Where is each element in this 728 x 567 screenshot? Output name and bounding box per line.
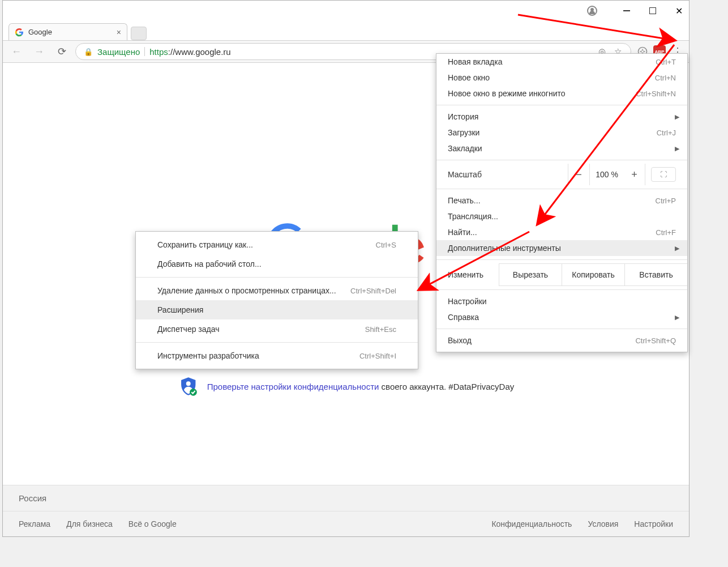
menu-separator xyxy=(436,189,687,189)
separator xyxy=(144,47,145,56)
submenu-separator xyxy=(136,342,418,343)
footer-left-links: Реклама Для бизнеса Всё о Google xyxy=(19,519,177,528)
window-minimize-button[interactable] xyxy=(619,3,635,19)
menu-downloads[interactable]: ЗагрузкиCtrl+J xyxy=(436,125,687,140)
reload-button[interactable]: ⟳ xyxy=(53,42,71,61)
menu-history[interactable]: История▶ xyxy=(436,109,687,125)
zoom-in-button[interactable]: + xyxy=(624,164,645,185)
footer-right-links: Конфиденциальность Условия Настройки xyxy=(491,519,673,528)
submenu-add-desktop[interactable]: Добавить на рабочий стол... xyxy=(136,254,418,274)
menu-separator xyxy=(436,259,687,260)
menu-incognito[interactable]: Новое окно в режиме инкогнитоCtrl+Shift+… xyxy=(436,86,687,101)
menu-separator xyxy=(436,289,687,290)
menu-settings[interactable]: Настройки xyxy=(436,293,687,309)
submenu-dev-tools[interactable]: Инструменты разработчикаCtrl+Shift+I xyxy=(136,346,418,365)
browser-window: Google × ← → ⟳ 🔒 Защищено https://www.go… xyxy=(2,0,690,537)
zoom-value: 100 % xyxy=(590,170,624,179)
privacy-banner: Проверьте настройки конфиденциальности с… xyxy=(178,376,515,397)
menu-bookmarks[interactable]: Закладки▶ xyxy=(436,140,687,156)
submenu-separator xyxy=(136,277,418,278)
menu-cast[interactable]: Трансляция... xyxy=(436,208,687,224)
chrome-main-menu: Новая вкладкаCtrl+T Новое окноCtrl+N Нов… xyxy=(436,53,688,352)
tab-close-button[interactable]: × xyxy=(117,28,121,37)
footer-link-ads[interactable]: Реклама xyxy=(19,519,50,528)
more-tools-submenu: Сохранить страницу как...Ctrl+S Добавить… xyxy=(135,231,418,369)
chevron-right-icon: ▶ xyxy=(675,314,679,321)
menu-print[interactable]: Печать...Ctrl+P xyxy=(436,193,687,208)
menu-edit-row: Изменить Вырезать Копировать Вставить xyxy=(436,263,687,286)
menu-separator xyxy=(436,105,687,105)
menu-more-tools[interactable]: Дополнительные инструменты▶ xyxy=(436,240,687,256)
privacy-link[interactable]: Проверьте настройки конфиденциальности xyxy=(207,382,379,391)
submenu-save-as[interactable]: Сохранить страницу как...Ctrl+S xyxy=(136,235,418,254)
menu-help[interactable]: Справка▶ xyxy=(436,309,687,325)
chevron-right-icon: ▶ xyxy=(675,145,679,152)
google-favicon xyxy=(15,28,24,37)
footer-country: Россия xyxy=(3,485,689,511)
menu-separator xyxy=(436,160,687,160)
fullscreen-button[interactable]: ⛶ xyxy=(651,167,676,182)
menu-separator xyxy=(436,329,687,329)
privacy-text: Проверьте настройки конфиденциальности с… xyxy=(207,382,515,391)
submenu-extensions[interactable]: Расширения xyxy=(136,300,418,319)
chevron-right-icon: ▶ xyxy=(675,245,679,252)
menu-new-window[interactable]: Новое окноCtrl+N xyxy=(436,70,687,86)
footer-link-settings[interactable]: Настройки xyxy=(634,519,673,528)
menu-paste[interactable]: Вставить xyxy=(625,264,687,285)
url-text: https://www.google.ru xyxy=(149,47,230,57)
zoom-out-button[interactable]: − xyxy=(568,164,590,185)
svg-point-1 xyxy=(186,381,191,386)
secure-label: Защищено xyxy=(97,47,140,57)
footer: Россия Реклама Для бизнеса Всё о Google … xyxy=(3,485,689,536)
footer-link-about[interactable]: Всё о Google xyxy=(129,519,177,528)
back-button[interactable]: ← xyxy=(7,42,25,61)
menu-copy[interactable]: Копировать xyxy=(562,264,625,285)
lock-icon: 🔒 xyxy=(84,48,93,56)
menu-find[interactable]: Найти...Ctrl+F xyxy=(436,224,687,240)
tab-google[interactable]: Google × xyxy=(8,23,127,40)
menu-new-tab[interactable]: Новая вкладкаCtrl+T xyxy=(436,54,687,70)
footer-link-business[interactable]: Для бизнеса xyxy=(66,519,113,528)
tab-title: Google xyxy=(28,28,52,36)
window-titlebar xyxy=(3,1,689,21)
tab-strip: Google × xyxy=(3,21,689,40)
submenu-task-manager[interactable]: Диспетчер задачShift+Esc xyxy=(136,319,418,339)
footer-link-privacy[interactable]: Конфиденциальность xyxy=(491,519,572,528)
menu-exit[interactable]: ВыходCtrl+Shift+Q xyxy=(436,332,687,348)
footer-link-terms[interactable]: Условия xyxy=(588,519,618,528)
window-maximize-button[interactable] xyxy=(645,3,661,19)
chevron-right-icon: ▶ xyxy=(675,113,679,121)
submenu-clear-data[interactable]: Удаление данных о просмотренных страница… xyxy=(136,281,418,300)
profile-icon[interactable] xyxy=(587,6,597,16)
forward-button[interactable]: → xyxy=(30,42,48,61)
new-tab-button[interactable] xyxy=(131,27,147,40)
privacy-shield-icon xyxy=(178,376,199,397)
menu-cut[interactable]: Вырезать xyxy=(499,264,562,285)
menu-zoom-row: Масштаб − 100 % + ⛶ xyxy=(436,164,687,185)
window-close-button[interactable] xyxy=(671,3,687,19)
